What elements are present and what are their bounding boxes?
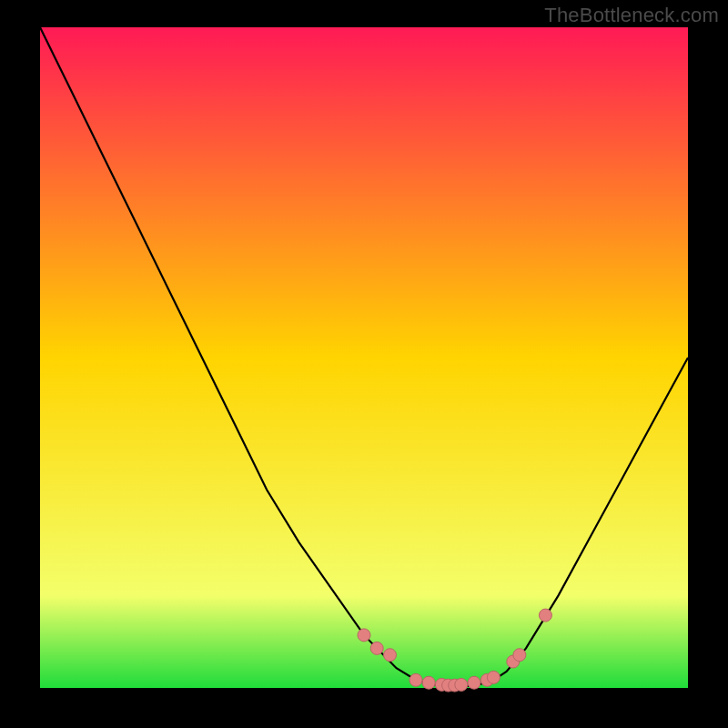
curve-marker <box>422 676 435 689</box>
curve-marker <box>539 609 551 622</box>
curve-marker <box>487 671 500 683</box>
curve-marker <box>455 678 468 691</box>
curve-marker <box>384 649 397 662</box>
curve-marker <box>358 629 370 642</box>
curve-marker <box>410 673 422 686</box>
chart-frame: TheBottleneck.com <box>0 0 728 728</box>
chart-svg <box>0 0 728 728</box>
curve-marker <box>513 649 526 662</box>
curve-marker <box>468 676 480 689</box>
curve-marker <box>370 642 383 654</box>
plot-gradient-rect <box>40 27 688 688</box>
watermark-text: TheBottleneck.com <box>544 4 719 27</box>
